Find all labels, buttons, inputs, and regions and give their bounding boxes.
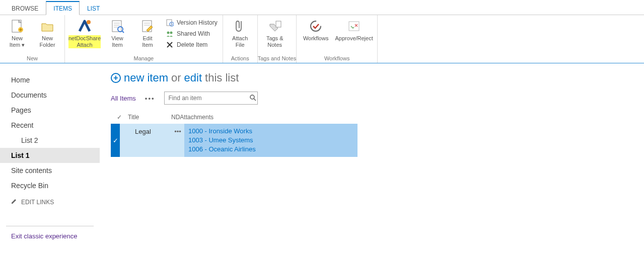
sidebar-item-list1[interactable]: List 1 xyxy=(0,148,100,163)
sidebar-item-sitecontents[interactable]: Site contents xyxy=(0,163,100,178)
new-folder-button[interactable]: NewFolder xyxy=(33,17,61,48)
new-item-link[interactable]: new item xyxy=(124,71,168,84)
tags-label1: Tags & xyxy=(266,35,283,41)
sidebar: Home Documents Pages Recent List 2 List … xyxy=(0,63,100,240)
or-text: or xyxy=(171,71,181,84)
group-workflows-label: Workflows xyxy=(297,54,377,63)
approve-reject-icon xyxy=(346,18,362,34)
group-manage-label: Manage xyxy=(65,54,223,63)
tags-notes-icon xyxy=(267,18,283,34)
delete-icon xyxy=(166,41,174,49)
new-item-icon xyxy=(9,18,25,34)
svg-point-18 xyxy=(170,32,173,34)
view-selector[interactable]: All Items xyxy=(111,95,136,102)
attach-file-button[interactable]: AttachFile xyxy=(226,17,254,48)
svg-point-22 xyxy=(311,21,321,31)
edit-links-label: EDIT LINKS xyxy=(21,199,54,206)
row-attachments: 1000 - Ironside Works 1003 - Umee System… xyxy=(184,124,357,157)
this-list-text: this list xyxy=(205,71,239,84)
view-label1: View xyxy=(111,35,123,41)
new-item-plus-icon[interactable]: + xyxy=(111,73,121,83)
approve-reject-label: Approve/Reject xyxy=(335,35,373,42)
sidebar-item-recent[interactable]: Recent xyxy=(0,118,100,133)
svg-rect-15 xyxy=(167,20,172,26)
new-item-label1: New xyxy=(12,35,23,41)
search-box[interactable] xyxy=(164,92,258,105)
group-actions-label: Actions xyxy=(223,54,257,63)
workflows-button[interactable]: Workflows xyxy=(300,17,332,42)
view-more-button[interactable]: ••• xyxy=(145,95,155,102)
new-folder-icon xyxy=(39,18,55,34)
attach-label2: File xyxy=(236,42,245,48)
sidebar-item-pages[interactable]: Pages xyxy=(0,103,100,118)
attachment-link[interactable]: 1000 - Ironside Works xyxy=(188,127,353,136)
attach-label1: Attach xyxy=(232,35,248,41)
view-item-icon xyxy=(109,18,125,34)
table-row[interactable]: ✓ Legal ••• 1000 - Ironside Works 1003 -… xyxy=(111,124,357,157)
svg-line-27 xyxy=(254,99,256,101)
svg-point-5 xyxy=(87,20,91,24)
netdocshare-icon xyxy=(77,18,93,34)
shared-with-label: Shared With xyxy=(177,30,210,37)
row-selected-indicator[interactable]: ✓ xyxy=(111,124,120,157)
edit-label2: Item xyxy=(142,42,153,48)
svg-rect-21 xyxy=(276,21,281,27)
delete-item-button[interactable]: Delete Item xyxy=(164,40,220,49)
edit-item-button[interactable]: EditItem xyxy=(133,17,162,48)
new-folder-label1: New xyxy=(42,35,53,41)
sidebar-item-home[interactable]: Home xyxy=(0,72,100,88)
new-item-label2: Item ▾ xyxy=(10,42,25,48)
svg-rect-6 xyxy=(112,21,121,32)
exit-classic-link[interactable]: Exit classic experience xyxy=(0,232,100,240)
search-input[interactable] xyxy=(165,95,248,102)
attachment-link[interactable]: 1003 - Umee Systems xyxy=(188,136,353,145)
new-item-button[interactable]: NewItem ▾ xyxy=(3,17,31,48)
search-icon[interactable] xyxy=(248,94,257,103)
view-label2: Item xyxy=(112,42,122,48)
tab-list[interactable]: LIST xyxy=(80,2,107,15)
shared-with-button[interactable]: Shared With xyxy=(164,29,220,38)
new-folder-label2: Folder xyxy=(39,42,55,48)
sidebar-item-documents[interactable]: Documents xyxy=(0,88,100,103)
tags-label2: Notes xyxy=(267,42,282,48)
row-menu-button[interactable]: ••• xyxy=(171,124,184,135)
sidebar-item-list2[interactable]: List 2 xyxy=(0,133,100,148)
tags-notes-button[interactable]: Tags &Notes xyxy=(261,17,289,48)
sidebar-divider xyxy=(6,226,94,226)
svg-line-11 xyxy=(122,31,124,33)
attach-file-icon xyxy=(232,18,248,34)
netdocshare-attach-button[interactable]: netDocShareAttach xyxy=(68,17,101,48)
pencil-icon xyxy=(11,198,17,206)
approve-reject-button[interactable]: Approve/Reject xyxy=(334,17,374,42)
delete-label: Delete Item xyxy=(177,41,207,48)
nds-label1: netDocShare xyxy=(68,35,101,41)
edit-list-link[interactable]: edit xyxy=(184,71,202,84)
tab-items[interactable]: ITEMS xyxy=(46,1,80,15)
svg-point-17 xyxy=(167,32,170,34)
view-item-button[interactable]: ViewItem xyxy=(103,17,131,48)
col-title[interactable]: Title xyxy=(128,114,171,121)
version-history-button[interactable]: Version History xyxy=(164,18,220,27)
group-new-label: New xyxy=(0,54,64,63)
workflows-icon xyxy=(308,18,324,34)
version-history-icon xyxy=(166,19,174,27)
version-history-label: Version History xyxy=(177,19,218,26)
shared-with-icon xyxy=(166,30,174,38)
edit-label1: Edit xyxy=(143,35,153,41)
sidebar-item-recyclebin[interactable]: Recycle Bin xyxy=(0,178,100,193)
row-title: Legal xyxy=(133,124,171,139)
attachment-link[interactable]: 1006 - Oceanic Airlines xyxy=(188,145,353,154)
col-select[interactable]: ✓ xyxy=(111,114,128,121)
svg-point-26 xyxy=(250,95,254,99)
col-attachments[interactable]: NDAttachments xyxy=(171,114,644,121)
edit-links-button[interactable]: EDIT LINKS xyxy=(0,193,100,211)
workflows-label: Workflows xyxy=(303,35,329,42)
nds-label2: Attach xyxy=(77,42,92,48)
group-tags-label: Tags and Notes xyxy=(258,54,296,63)
tab-browse[interactable]: BROWSE xyxy=(4,2,46,15)
edit-item-icon xyxy=(139,18,156,34)
